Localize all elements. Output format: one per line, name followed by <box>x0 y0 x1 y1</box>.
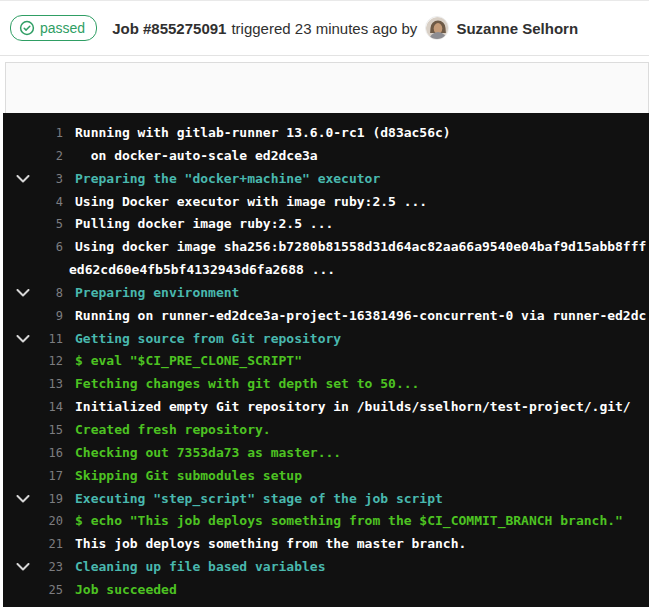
log-line: 13 Fetching changes with git depth set t… <box>3 373 649 396</box>
chevron-down-icon <box>3 122 43 145</box>
log-line: 15 Created fresh repository. <box>3 419 649 442</box>
log-line: 20 $ echo "This job deploys something fr… <box>3 510 649 533</box>
status-badge[interactable]: passed <box>10 15 97 41</box>
line-text: Getting source from Git repository <box>75 328 341 351</box>
chevron-down-icon <box>3 510 43 533</box>
line-number[interactable]: 3 <box>43 168 63 191</box>
line-number[interactable]: 16 <box>43 442 63 465</box>
chevron-down-icon <box>3 533 43 556</box>
log-line: 4 Using Docker executor with image ruby:… <box>3 191 649 214</box>
line-number[interactable]: 23 <box>43 556 63 579</box>
line-number[interactable]: 25 <box>43 579 63 602</box>
log-line: 11 Getting source from Git repository <box>3 328 649 351</box>
line-text: ed62cd60e4fb5bf4132943d6fa2688 ... <box>69 259 335 282</box>
line-number[interactable]: 8 <box>43 282 63 305</box>
chevron-down-icon <box>3 442 43 465</box>
log-line: 12 $ eval "$CI_PRE_CLONE_SCRIPT" <box>3 350 649 373</box>
chevron-down-icon[interactable] <box>3 282 43 305</box>
chevron-down-icon <box>3 350 43 373</box>
log-line: ed62cd60e4fb5bf4132943d6fa2688 ... <box>3 259 649 282</box>
line-number[interactable]: 21 <box>43 533 63 556</box>
chevron-down-icon <box>3 396 43 419</box>
line-text: Fetching changes with git depth set to 5… <box>75 373 419 396</box>
check-circle-icon <box>19 20 35 36</box>
job-id: Job #855275091 <box>112 20 226 37</box>
line-number[interactable]: 14 <box>43 396 63 419</box>
line-text: Initialized empty Git repository in /bui… <box>75 396 631 419</box>
log-line: 16 Checking out 7353da73 as master... <box>3 442 649 465</box>
chevron-down-icon[interactable] <box>3 168 43 191</box>
chevron-down-icon[interactable] <box>3 556 43 579</box>
line-text: This job deploys something from the mast… <box>75 533 466 556</box>
status-badge-label: passed <box>40 20 85 36</box>
chevron-down-icon <box>3 579 43 602</box>
line-text: Pulling docker image ruby:2.5 ... <box>75 213 333 236</box>
line-number[interactable]: 5 <box>43 213 63 236</box>
line-number[interactable]: 15 <box>43 419 63 442</box>
log-top-panel <box>5 62 649 113</box>
chevron-down-icon <box>3 419 43 442</box>
line-text: Running with gitlab-runner 13.6.0-rc1 (d… <box>75 122 451 145</box>
log-line: 8 Preparing environment <box>3 282 649 305</box>
job-sentence: Job #855275091 triggered 23 minutes ago … <box>112 16 578 40</box>
line-number[interactable]: 4 <box>43 191 63 214</box>
chevron-down-icon <box>3 259 43 282</box>
line-number[interactable]: 12 <box>43 350 63 373</box>
line-text: Running on runner-ed2dce3a-project-16381… <box>75 305 646 328</box>
line-text: Created fresh repository. <box>75 419 271 442</box>
line-text: $ echo "This job deploys something from … <box>75 510 623 533</box>
line-number[interactable] <box>43 259 63 282</box>
line-text: $ eval "$CI_PRE_CLONE_SCRIPT" <box>75 350 302 373</box>
avatar[interactable] <box>425 16 449 40</box>
log-line: 14 Initialized empty Git repository in /… <box>3 396 649 419</box>
chevron-down-icon <box>3 465 43 488</box>
line-number[interactable]: 9 <box>43 305 63 328</box>
chevron-down-icon <box>3 191 43 214</box>
line-text: Preparing the "docker+machine" executor <box>75 168 380 191</box>
log-line: 19 Executing "step_script" stage of the … <box>3 488 649 511</box>
chevron-down-icon <box>3 236 43 259</box>
log-line: 3 Preparing the "docker+machine" executo… <box>3 168 649 191</box>
line-text: Executing "step_script" stage of the job… <box>75 488 443 511</box>
line-text: Cleaning up file based variables <box>75 556 325 579</box>
line-number[interactable]: 2 <box>43 145 63 168</box>
chevron-down-icon <box>3 145 43 168</box>
line-number[interactable]: 19 <box>43 488 63 511</box>
line-text: Job succeeded <box>75 579 177 602</box>
line-number[interactable]: 20 <box>43 510 63 533</box>
line-number[interactable]: 1 <box>43 122 63 145</box>
user-name[interactable]: Suzanne Selhorn <box>456 20 578 37</box>
line-text: Using Docker executor with image ruby:2.… <box>75 191 427 214</box>
chevron-down-icon[interactable] <box>3 328 43 351</box>
log-line: 25 Job succeeded <box>3 579 649 602</box>
chevron-down-icon <box>3 213 43 236</box>
job-header: passed Job #855275091 triggered 23 minut… <box>0 1 649 56</box>
chevron-down-icon[interactable] <box>3 488 43 511</box>
line-text: Preparing environment <box>75 282 239 305</box>
log-line: 23 Cleaning up file based variables <box>3 556 649 579</box>
line-text: Skipping Git submodules setup <box>75 465 302 488</box>
log-line: 1 Running with gitlab-runner 13.6.0-rc1 … <box>3 122 649 145</box>
line-number[interactable]: 6 <box>43 236 63 259</box>
log-line: 21 This job deploys something from the m… <box>3 533 649 556</box>
line-text: Using docker image sha256:b7280b81558d31… <box>75 236 646 259</box>
chevron-down-icon <box>3 373 43 396</box>
log-line: 9 Running on runner-ed2dce3a-project-163… <box>3 305 649 328</box>
log-line: 17 Skipping Git submodules setup <box>3 465 649 488</box>
log-line: 5 Pulling docker image ruby:2.5 ... <box>3 213 649 236</box>
line-text: Checking out 7353da73 as master... <box>75 442 341 465</box>
line-number[interactable]: 13 <box>43 373 63 396</box>
log-line: 6 Using docker image sha256:b7280b81558d… <box>3 236 649 259</box>
line-text: on docker-auto-scale ed2dce3a <box>75 145 318 168</box>
line-number[interactable]: 11 <box>43 328 63 351</box>
line-number[interactable]: 17 <box>43 465 63 488</box>
job-log: 1 Running with gitlab-runner 13.6.0-rc1 … <box>3 113 649 607</box>
job-triggered-text: triggered 23 minutes ago by <box>231 20 417 37</box>
chevron-down-icon <box>3 305 43 328</box>
log-line: 2 on docker-auto-scale ed2dce3a <box>3 145 649 168</box>
